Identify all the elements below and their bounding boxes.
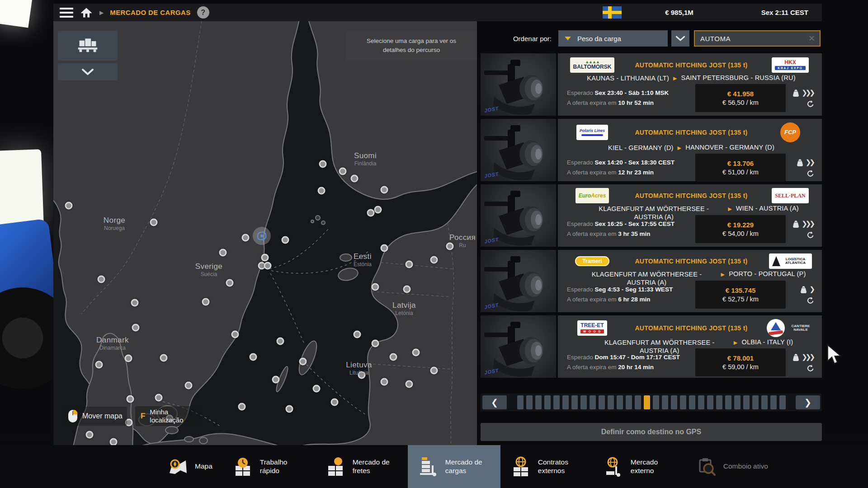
- chevron-down-icon: [81, 68, 94, 75]
- recipient-company-logo: SELL·PLAN: [765, 188, 816, 203]
- prev-page-button[interactable]: ❮: [482, 395, 507, 409]
- page-tick[interactable]: [671, 395, 677, 409]
- cargo-offer-card[interactable]: JOST ▲▲▲▲BALTOMORSK AUTOMATIC HITCHING J…: [481, 53, 822, 116]
- expires-time: 10 hr 52 min: [618, 99, 654, 106]
- nav-item-convoy[interactable]: Comboio ativo: [686, 445, 778, 488]
- cargo-name: AUTOMATIC HITCHING JOST (135 t): [618, 192, 765, 199]
- page-tick[interactable]: [725, 395, 731, 409]
- offer-flags: ❯❯: [786, 158, 816, 178]
- cargo-weight-icon: [796, 158, 804, 167]
- city-dot: [202, 298, 210, 306]
- page-tick[interactable]: [535, 395, 542, 409]
- cargo-offer-card[interactable]: JOST EuroAcres AUTOMATIC HITCHING JOST (…: [481, 184, 822, 247]
- city-dot: [185, 382, 193, 389]
- menu-icon[interactable]: [60, 8, 73, 18]
- mouse-icon: [68, 409, 78, 423]
- page-tick[interactable]: [698, 395, 704, 409]
- collapse-button[interactable]: [58, 63, 118, 80]
- page-tick[interactable]: [544, 395, 551, 409]
- nav-item-quickjob[interactable]: Trabalho rápido: [222, 445, 315, 488]
- sort-dropdown[interactable]: Peso da carga: [558, 30, 668, 47]
- key-hint: F: [141, 412, 145, 421]
- offer-flags: ❯❯❯: [786, 89, 816, 108]
- page-tick[interactable]: [526, 395, 533, 409]
- page-tick[interactable]: [562, 395, 569, 409]
- next-page-button[interactable]: ❯: [796, 395, 820, 409]
- page-tick[interactable]: [635, 395, 641, 409]
- expires-time: 20 hr 14 min: [618, 364, 654, 371]
- page-tick[interactable]: [553, 395, 560, 409]
- page-tick[interactable]: [716, 395, 722, 409]
- total-price: € 135.745: [726, 286, 756, 294]
- home-icon[interactable]: [80, 6, 93, 19]
- city-dot: [372, 283, 379, 291]
- cargo-offer-card[interactable]: JOST TREE-ETW O O D AUTOMATIC HITCHING J…: [481, 315, 822, 378]
- city-dot: [131, 299, 139, 307]
- route: KLAGENFURT AM WÖRTHERSEE - AUSTRIA (A) ▶…: [567, 338, 816, 348]
- price-box: € 135.745 € 52,75 / km: [695, 281, 786, 309]
- page-tick[interactable]: [653, 395, 659, 409]
- price-per-km: € 54,00 / km: [722, 230, 759, 237]
- offer-meta: Esperado Sex 14:20 - Sex 18:30 CEST A of…: [567, 158, 695, 178]
- offer-flags: ❯: [786, 285, 816, 305]
- nav-item-extmarket[interactable]: Mercado externo: [593, 445, 686, 488]
- cargo-thumbnail: JOST: [481, 53, 556, 116]
- search-input[interactable]: [695, 35, 804, 42]
- page-tick[interactable]: [517, 395, 524, 409]
- set-gps-destination-button[interactable]: Definir como destino no GPS: [481, 423, 822, 441]
- page-tick[interactable]: [580, 395, 587, 409]
- clear-search-icon[interactable]: ✕: [804, 33, 820, 43]
- cargo-market-panel: Ordenar por: Peso da carga ✕: [481, 21, 822, 445]
- map-hints: Mover mapa F Minha localização: [63, 406, 203, 426]
- page-tick[interactable]: [626, 395, 632, 409]
- city-dot: [95, 361, 103, 369]
- world-map[interactable]: Norge Noruega Sverige Suécia Suomi Finlâ…: [53, 21, 477, 445]
- page-tick[interactable]: [761, 395, 768, 409]
- nav-item-cargo[interactable]: Mercado de cargas: [408, 445, 500, 488]
- return-loop-icon: [807, 169, 815, 178]
- move-map-hint: Mover mapa: [82, 412, 123, 420]
- page-tick[interactable]: [680, 395, 686, 409]
- sort-by-label: Ordenar por:: [513, 35, 552, 42]
- page-tick-current[interactable]: [644, 395, 650, 409]
- nav-label: Trabalho rápido: [260, 458, 305, 475]
- nav-item-freight[interactable]: Mercado de fretes: [315, 445, 408, 488]
- cargo-offer-card[interactable]: JOST Trameri AUTOMATIC HITCHING JOST (13…: [481, 250, 822, 312]
- pagination-bar: ❮ ❯: [481, 394, 822, 411]
- cargo-offer-card[interactable]: JOST Polaris Lines AUTOMATIC HITCHING JO…: [481, 119, 822, 181]
- city-dot: [358, 371, 366, 379]
- sort-row: Ordenar por: Peso da carga ✕: [481, 30, 822, 47]
- pallet-icon: [76, 38, 99, 53]
- nav-item-map[interactable]: Mapa: [157, 445, 222, 488]
- page-tick[interactable]: [743, 395, 750, 409]
- sort-selected-value: Peso da carga: [577, 35, 621, 42]
- nav-icon-slot: [167, 456, 189, 478]
- city-dot: [277, 338, 284, 345]
- page-tick[interactable]: [779, 395, 786, 409]
- price-box: € 41.958 € 56,50 / km: [695, 84, 786, 112]
- expires-time: 3 hr 35 min: [618, 230, 650, 237]
- sender-company-logo: Trameri: [567, 256, 618, 267]
- page-tick[interactable]: [707, 395, 713, 409]
- city-dot: [250, 353, 257, 361]
- page-tick[interactable]: [599, 395, 605, 409]
- page-tick[interactable]: [617, 395, 623, 409]
- page-tick[interactable]: [608, 395, 614, 409]
- page-tick[interactable]: [662, 395, 668, 409]
- route-origin: KAUNAS - LITHUANIA (LT): [587, 74, 669, 82]
- page-tick[interactable]: [689, 395, 695, 409]
- nav-icon-slot: [325, 456, 347, 478]
- search-box: ✕: [694, 30, 821, 47]
- city-dot: [65, 202, 73, 210]
- nav-item-external[interactable]: Contratos externos: [500, 445, 593, 488]
- page-tick[interactable]: [752, 395, 759, 409]
- page-tick[interactable]: [770, 395, 777, 409]
- page-tick[interactable]: [571, 395, 578, 409]
- sort-expand-button[interactable]: [671, 30, 689, 47]
- help-icon[interactable]: ?: [197, 6, 209, 19]
- city-dot: [160, 354, 168, 362]
- page-tick[interactable]: [734, 395, 741, 409]
- page-tick[interactable]: [590, 395, 596, 409]
- expected-time: Seg 4:53 - Seg 11:33 WEST: [595, 286, 673, 293]
- cargo-view-button[interactable]: [58, 31, 118, 61]
